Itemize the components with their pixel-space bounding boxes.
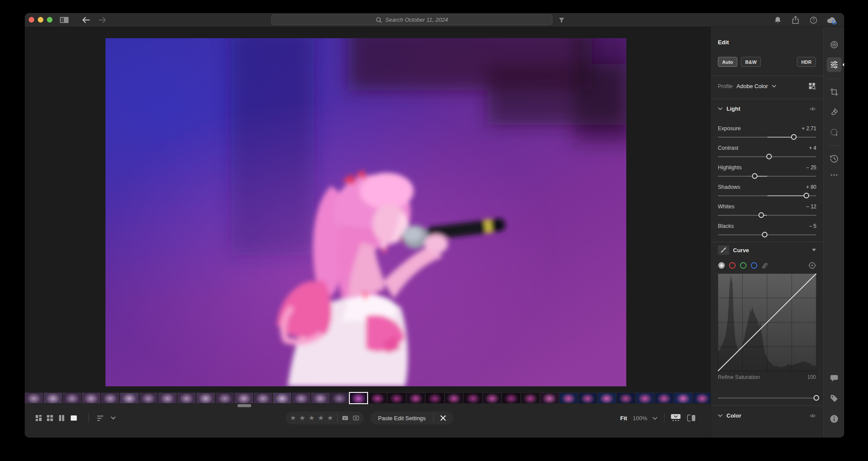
filmstrip-thumbnail[interactable]: [617, 393, 635, 403]
sort-icon[interactable]: [97, 415, 104, 421]
filmstrip-thumbnail[interactable]: [388, 393, 406, 403]
filmstrip-thumbnail[interactable]: [292, 393, 310, 403]
curve-channel-white-icon[interactable]: [718, 262, 725, 269]
auto-button[interactable]: Auto: [718, 57, 737, 67]
filmstrip-thumbnail[interactable]: [502, 393, 520, 403]
before-after-icon[interactable]: [687, 415, 696, 421]
filmstrip-thumbnail[interactable]: [120, 393, 138, 403]
filter-icon[interactable]: [559, 17, 565, 23]
slider-knob[interactable]: [814, 395, 819, 401]
photo-view[interactable]: [105, 38, 626, 386]
crop-icon[interactable]: [824, 88, 844, 96]
star-icon[interactable]: ★: [290, 415, 296, 421]
curve-channel-red-icon[interactable]: [729, 262, 736, 269]
filmstrip-thumbnail[interactable]: [311, 393, 329, 403]
slider-knob[interactable]: [758, 212, 764, 218]
filmstrip-thumbnail[interactable]: [540, 393, 559, 403]
minimize-window-button[interactable]: [38, 17, 43, 23]
eye-icon[interactable]: [809, 107, 816, 111]
zoom-level-label[interactable]: 100%: [633, 415, 647, 421]
filmstrip-thumbnail[interactable]: [636, 393, 654, 403]
share-icon[interactable]: [792, 16, 799, 24]
profile-value[interactable]: Adobe Color: [736, 83, 768, 89]
edit-tool-button[interactable]: [827, 57, 842, 72]
more-options-icon[interactable]: [824, 174, 844, 176]
search-input[interactable]: Search October 11, 2024: [271, 14, 552, 25]
curve-channel-blue-icon[interactable]: [750, 262, 758, 269]
star-icon[interactable]: ★: [309, 415, 315, 421]
light-section-header[interactable]: Light: [718, 105, 816, 112]
filmstrip-thumbnail[interactable]: [445, 393, 463, 403]
comments-icon[interactable]: [824, 374, 844, 382]
zoom-window-button[interactable]: [47, 17, 53, 23]
color-section-header[interactable]: Color: [718, 412, 816, 419]
filmstrip-thumbnail[interactable]: [483, 393, 501, 403]
tone-curve-graph[interactable]: [718, 273, 816, 371]
slider-track[interactable]: [718, 232, 816, 237]
slider-knob[interactable]: [762, 232, 767, 237]
filmstrip-toggle-icon[interactable]: [671, 414, 681, 421]
hdr-button[interactable]: HDR: [797, 57, 816, 67]
filmstrip-thumbnail[interactable]: [273, 393, 291, 403]
filmstrip-thumbnail[interactable]: [693, 393, 710, 403]
filmstrip-thumbnail[interactable]: [44, 393, 62, 403]
grid-view-icon[interactable]: [46, 415, 53, 421]
filmstrip-thumbnail[interactable]: [25, 393, 43, 403]
star-icon[interactable]: ★: [318, 415, 324, 421]
filmstrip-thumbnail[interactable]: [426, 393, 444, 403]
chevron-down-icon[interactable]: [718, 414, 723, 417]
slider-track[interactable]: [718, 154, 816, 159]
compare-view-icon[interactable]: [58, 415, 65, 421]
filmstrip-thumbnail[interactable]: [368, 393, 387, 403]
filmstrip-thumbnail[interactable]: [579, 393, 597, 403]
help-icon[interactable]: ?: [810, 16, 817, 24]
filmstrip-thumbnail[interactable]: [235, 393, 253, 403]
panel-handle[interactable]: [843, 63, 844, 66]
notifications-bell-icon[interactable]: [774, 16, 782, 24]
slider-knob[interactable]: [766, 154, 772, 159]
slider-knob[interactable]: [791, 134, 796, 140]
flag-pick-icon[interactable]: [342, 415, 349, 421]
filmstrip-thumbnail[interactable]: [521, 393, 539, 403]
eye-icon[interactable]: [809, 414, 816, 418]
forward-arrow-icon[interactable]: [99, 17, 106, 23]
close-window-button[interactable]: [29, 17, 34, 23]
targeted-adjustment-icon[interactable]: [809, 262, 816, 269]
slider-track[interactable]: [718, 212, 816, 218]
filmstrip-thumbnail[interactable]: [158, 393, 177, 403]
bw-button[interactable]: B&W: [741, 57, 761, 67]
collapse-triangle-icon[interactable]: [812, 249, 816, 251]
filmstrip-thumbnail[interactable]: [254, 393, 272, 403]
slider-track[interactable]: [718, 173, 816, 179]
masking-icon[interactable]: [824, 128, 844, 137]
browse-profiles-icon[interactable]: [809, 82, 816, 90]
filmstrip-scrollbar[interactable]: [237, 404, 251, 407]
filmstrip-thumbnail[interactable]: [464, 393, 482, 403]
back-arrow-icon[interactable]: [82, 17, 90, 23]
filmstrip-thumbnail[interactable]: [101, 393, 119, 403]
slider-track[interactable]: [718, 193, 816, 198]
profile-chevron-icon[interactable]: [772, 85, 776, 88]
panels-toggle-icon[interactable]: [59, 16, 69, 23]
filmstrip-thumbnail[interactable]: [407, 393, 425, 403]
star-icon[interactable]: ★: [327, 415, 333, 421]
sort-chevron-icon[interactable]: [111, 416, 116, 420]
healing-icon[interactable]: [824, 108, 844, 116]
filmstrip-thumbnail[interactable]: [559, 393, 578, 403]
filmstrip-thumbnail[interactable]: [655, 393, 673, 403]
filmstrip-thumbnail[interactable]: [63, 393, 81, 403]
slider-track[interactable]: [718, 395, 816, 401]
filmstrip-thumbnail[interactable]: [598, 393, 616, 403]
cloud-sync-icon[interactable]: [826, 16, 838, 24]
zoom-fit-label[interactable]: Fit: [620, 415, 627, 421]
mosaic-view-icon[interactable]: [35, 415, 42, 421]
slider-track[interactable]: [718, 134, 816, 140]
curve-channel-all-icon[interactable]: [761, 262, 769, 269]
flag-reject-icon[interactable]: [352, 415, 359, 421]
curve-icon[interactable]: [718, 245, 729, 255]
versions-icon[interactable]: [824, 154, 844, 163]
presets-icon[interactable]: [824, 40, 844, 49]
filmstrip-thumbnail[interactable]: [178, 393, 196, 403]
slider-knob[interactable]: [752, 173, 758, 179]
chevron-down-icon[interactable]: [718, 107, 723, 110]
